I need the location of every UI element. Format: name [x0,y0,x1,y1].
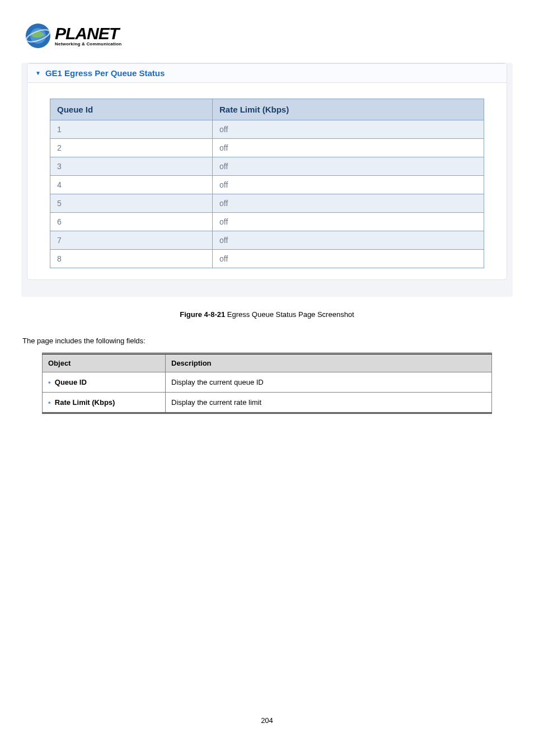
table-row: • Queue ID Display the current queue ID [43,372,492,393]
brand-tagline: Networking & Communication [55,42,121,46]
bullet-icon: • [48,398,51,407]
object-cell: • Queue ID [43,372,166,393]
panel-body: Queue Id Rate Limit (Kbps) 1 off 2 off 3 [27,83,507,279]
queue-id-cell: 4 [50,176,213,194]
object-name: Queue ID [55,378,87,386]
object-name: Rate Limit (Kbps) [55,398,115,407]
queue-id-cell: 5 [50,194,213,213]
table-row: 2 off [50,139,484,157]
table-row: 4 off [50,176,484,194]
queue-id-cell: 3 [50,157,213,176]
figure-label: Figure 4-8-21 [180,310,225,319]
fields-intro: The page includes the following fields: [22,337,512,345]
rate-limit-cell: off [212,194,484,213]
queue-id-cell: 8 [50,250,213,268]
rate-limit-cell: off [212,250,484,268]
bullet-icon: • [48,378,51,386]
figure-caption: Figure 4-8-21 Egress Queue Status Page S… [11,310,523,319]
table-row: • Rate Limit (Kbps) Display the current … [43,393,492,413]
description-cell: Display the current queue ID [166,372,492,393]
brand-text: PLANET Networking & Communication [55,25,121,46]
queue-id-cell: 7 [50,231,213,250]
queue-id-cell: 2 [50,139,213,157]
rate-limit-cell: off [212,231,484,250]
rate-limit-cell: off [212,120,484,139]
screenshot-region: ▼ GE1 Egress Per Queue Status Queue Id R… [21,63,513,297]
table-row: 8 off [50,250,484,268]
rate-limit-cell: off [212,157,484,176]
panel-title: GE1 Egress Per Queue Status [45,68,165,78]
planet-globe-icon [25,22,51,49]
queue-id-cell: 1 [50,120,213,139]
table-row: 1 off [50,120,484,139]
table-row: 7 off [50,231,484,250]
rate-limit-cell: off [212,213,484,231]
col-header-rate-limit: Rate Limit (Kbps) [212,99,484,120]
description-cell: Display the current rate limit [166,393,492,413]
panel-header[interactable]: ▼ GE1 Egress Per Queue Status [27,63,507,83]
col-header-description: Description [166,354,492,372]
col-header-object: Object [43,354,166,372]
fields-table: Object Description • Queue ID Display th… [42,353,492,414]
col-header-queue-id: Queue Id [50,99,213,120]
figure-text: Egress Queue Status Page Screenshot [225,310,354,319]
object-cell: • Rate Limit (Kbps) [43,393,166,413]
brand-name: PLANET [55,25,121,42]
page-number: 204 [11,716,523,725]
rate-limit-cell: off [212,176,484,194]
status-panel: ▼ GE1 Egress Per Queue Status Queue Id R… [27,63,507,280]
brand-logo: PLANET Networking & Communication [25,22,523,49]
table-row: 3 off [50,157,484,176]
table-row: 5 off [50,194,484,213]
queue-status-table: Queue Id Rate Limit (Kbps) 1 off 2 off 3 [50,99,484,268]
caret-down-icon: ▼ [35,70,41,76]
queue-id-cell: 6 [50,213,213,231]
table-row: 6 off [50,213,484,231]
rate-limit-cell: off [212,139,484,157]
